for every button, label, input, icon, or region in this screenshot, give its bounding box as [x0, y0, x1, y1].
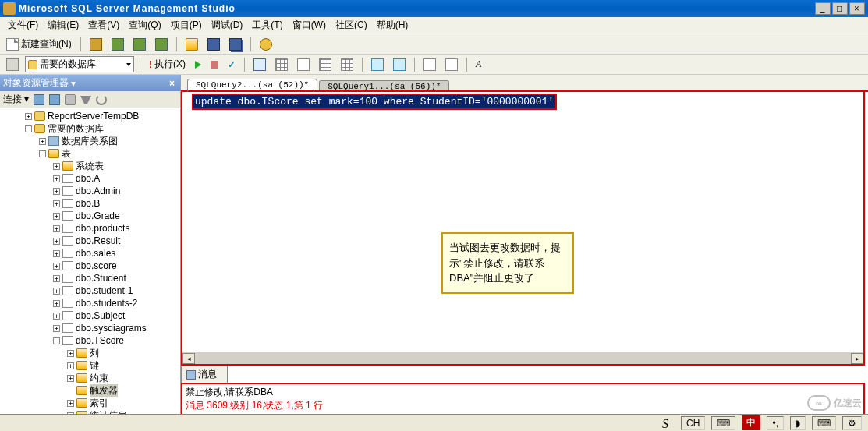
filter-icon[interactable]: [80, 96, 91, 104]
results-to-text-icon[interactable]: [294, 57, 313, 72]
tree-node-needed-db[interactable]: −需要的数据库: [2, 122, 179, 135]
refresh-icon[interactable]: [96, 94, 107, 105]
menu-help[interactable]: 帮助(H): [372, 17, 413, 34]
maximize-button[interactable]: □: [832, 2, 848, 15]
horizontal-scrollbar[interactable]: ◂ ▸: [182, 352, 863, 364]
tree-node-constraints[interactable]: +约束: [2, 372, 179, 384]
tree-node-db-diagrams[interactable]: +数据库关系图: [2, 135, 179, 147]
tree-node-sales[interactable]: +dbo.sales: [2, 247, 179, 260]
connect-dropdown[interactable]: 连接 ▾: [3, 93, 29, 106]
query-editor[interactable]: update dbo.TScore set mark=100 where Stu…: [181, 92, 865, 366]
tree-node-reportserver[interactable]: +ReportServerTempDB: [2, 110, 179, 122]
results-to-file-icon[interactable]: [338, 57, 356, 72]
include-actual-plan-icon[interactable]: [272, 57, 291, 72]
tree-node-sysdiag[interactable]: +dbo.sysdiagrams: [2, 322, 179, 334]
scroll-right-icon[interactable]: ▸: [851, 353, 863, 364]
ime-keyboard-icon[interactable]: ⌨: [711, 416, 735, 430]
tree-node-sys-tables[interactable]: +系统表: [2, 160, 179, 172]
db-icon: [28, 60, 37, 69]
menu-edit[interactable]: 编辑(E): [43, 17, 83, 34]
results-to-grid-icon[interactable]: [316, 57, 335, 72]
menu-project[interactable]: 项目(P): [166, 17, 207, 34]
tree-node-student[interactable]: +dbo.Student: [2, 272, 179, 284]
save-all-icon[interactable]: [226, 37, 245, 52]
tree-node-columns[interactable]: +列: [2, 347, 179, 359]
close-button[interactable]: ×: [849, 2, 865, 15]
tree-node-subject[interactable]: +dbo.Subject: [2, 309, 179, 322]
tab-strip: SQLQuery2...(sa (52))* SQLQuery1...(sa (…: [181, 75, 868, 92]
ime-ch-button[interactable]: CH: [681, 416, 705, 430]
decrease-indent-icon[interactable]: [420, 57, 439, 72]
menu-community[interactable]: 社区(C): [331, 17, 372, 34]
panel-close-icon[interactable]: ×: [167, 78, 177, 89]
object-explorer: 对象资源管理器 ▾ × 连接 ▾ +ReportServerTempDB −需要…: [0, 75, 181, 431]
object-tree[interactable]: +ReportServerTempDB −需要的数据库 +数据库关系图 −表 +…: [0, 108, 180, 431]
watermark-logo-icon: ∞: [807, 395, 831, 411]
connect-icon[interactable]: [34, 94, 44, 105]
chevron-down-icon: [126, 63, 131, 66]
tree-node-tscore[interactable]: −dbo.TScore: [2, 334, 179, 347]
tree-node-student1[interactable]: +dbo.student-1: [2, 284, 179, 297]
open-icon[interactable]: [182, 37, 201, 52]
tree-node-triggers[interactable]: 触发器: [2, 384, 179, 397]
toolbar-main: 新建查询(N): [0, 34, 868, 55]
uncomment-icon[interactable]: [390, 57, 409, 72]
tree-node-result[interactable]: +dbo.Result: [2, 235, 179, 247]
new-query-icon: [6, 38, 19, 51]
new-query-button[interactable]: 新建查询(N): [3, 36, 75, 52]
outline-icon[interactable]: [250, 57, 269, 72]
sql-text[interactable]: update dbo.TScore set mark=100 where Stu…: [192, 94, 557, 110]
save-icon[interactable]: [204, 37, 223, 52]
menu-debug[interactable]: 调试(D): [207, 17, 248, 34]
debug-icon[interactable]: [192, 59, 204, 70]
tree-node-grade[interactable]: +dbo.Grade: [2, 210, 179, 222]
tree-node-products[interactable]: +dbo.products: [2, 222, 179, 235]
tree-node-keys[interactable]: +键: [2, 359, 179, 372]
menu-file[interactable]: 文件(F): [3, 17, 43, 34]
parse-icon[interactable]: ✓: [225, 58, 239, 72]
ime-fullhalf-icon[interactable]: ◗: [790, 416, 806, 430]
new-as-icon[interactable]: [108, 37, 127, 52]
tab-sqlquery1[interactable]: SQLQuery1...(sa (56))*: [319, 80, 449, 92]
tree-node-a[interactable]: +dbo.A: [2, 172, 179, 185]
ime-softkbd-icon[interactable]: ⌨: [812, 416, 836, 430]
disconnect-icon[interactable]: [49, 94, 60, 105]
database-combo[interactable]: 需要的数据库: [25, 56, 134, 72]
available-db-icon[interactable]: [3, 57, 22, 72]
specify-values-icon[interactable]: A: [473, 57, 484, 72]
editor-area: SQLQuery2...(sa (52))* SQLQuery1...(sa (…: [181, 75, 868, 431]
annotation-callout: 当试图去更改数据时，提示"禁止修改，请联系DBA"并阻止更改了: [441, 232, 574, 294]
execute-button[interactable]: ! 执行(X): [146, 56, 189, 72]
minimize-button[interactable]: _: [815, 2, 831, 15]
ime-punct-icon[interactable]: •,: [767, 416, 784, 430]
tree-node-tables[interactable]: −表: [2, 147, 179, 160]
ime-lang-button[interactable]: 中: [742, 415, 760, 430]
comment-icon[interactable]: [368, 57, 387, 72]
menu-window[interactable]: 窗口(W): [288, 17, 331, 34]
scroll-left-icon[interactable]: ◂: [182, 353, 195, 364]
activity-monitor-icon[interactable]: [257, 37, 275, 52]
tree-node-b[interactable]: +dbo.B: [2, 197, 179, 210]
tab-sqlquery2[interactable]: SQLQuery2...(sa (52))*: [187, 79, 317, 92]
menu-tools[interactable]: 工具(T): [247, 17, 287, 34]
ime-s-icon[interactable]: S: [662, 417, 675, 429]
tree-node-students2[interactable]: +dbo.students-2: [2, 297, 179, 309]
messages-tab[interactable]: 消息: [181, 366, 228, 383]
tree-node-admin[interactable]: +dbo.Admin: [2, 185, 179, 197]
increase-indent-icon[interactable]: [442, 57, 461, 72]
menu-query[interactable]: 查询(Q): [124, 17, 165, 34]
ime-settings-icon[interactable]: ⚙: [842, 416, 862, 430]
cancel-icon[interactable]: [207, 59, 221, 70]
object-explorer-toolbar: 连接 ▾: [0, 91, 180, 108]
new-mdx-icon[interactable]: [130, 37, 149, 52]
toolbar-sql: 需要的数据库 ! 执行(X) ✓ A: [0, 55, 868, 75]
tree-node-indexes[interactable]: +索引: [2, 397, 179, 409]
tree-node-score[interactable]: +dbo.score: [2, 260, 179, 272]
pin-icon[interactable]: ▾: [69, 78, 78, 89]
new-dmx-icon[interactable]: [152, 37, 171, 52]
stop-icon[interactable]: [65, 94, 76, 105]
message-line-2: 消息 3609,级别 16,状态 1,第 1 行: [186, 399, 860, 412]
message-line-1: 禁止修改,请联系DBA: [186, 386, 860, 399]
menu-view[interactable]: 查看(V): [83, 17, 124, 34]
new-db-engine-icon[interactable]: [87, 37, 105, 52]
